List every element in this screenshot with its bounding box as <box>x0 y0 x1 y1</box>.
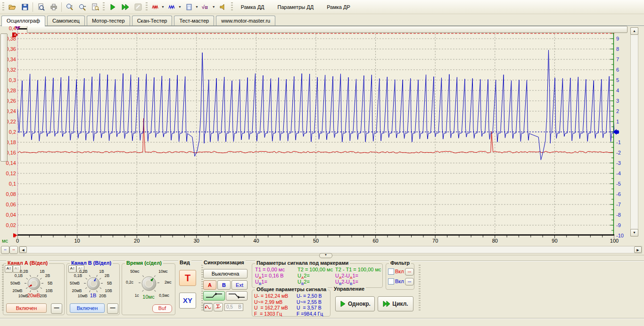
run-single-button[interactable]: Однокр. <box>335 296 375 311</box>
start-cyclic-button[interactable] <box>119 1 132 13</box>
svg-text:0,1В: 0,1В <box>15 273 23 278</box>
printer-icon <box>50 3 58 11</box>
signal-a-settings-button[interactable] <box>149 1 162 13</box>
tab-bar: Осциллограф Самописец Мотор-тестер Скан-… <box>0 14 644 26</box>
toolbar-grip[interactable] <box>103 2 105 12</box>
horizontal-scrollbar[interactable] <box>19 246 642 253</box>
sync-level-input[interactable]: 0,5В <box>224 303 243 311</box>
print-button[interactable] <box>47 1 60 13</box>
svg-text:↕: ↕ <box>71 4 73 8</box>
open-file-button[interactable] <box>6 1 18 13</box>
start-single-button[interactable] <box>106 1 119 13</box>
vertical-scrollbar[interactable] <box>630 27 638 236</box>
panel-grip[interactable] <box>419 265 421 311</box>
save-button[interactable] <box>18 1 31 13</box>
svg-text:1В: 1В <box>99 269 104 274</box>
zoom-horizontal-icon: ↔ <box>79 3 86 11</box>
print-preview-button[interactable] <box>34 1 47 13</box>
y-right-tick-label: -4 <box>616 171 629 176</box>
toolbar: ↕ ↔ ▼ ▼ ▼ √α▼ Рамка ДД Параметры ДД Рамк… <box>0 0 644 14</box>
y-left-tick-label: 0,1 <box>0 181 16 187</box>
y-right-tick-label: 2 <box>616 108 629 114</box>
menu-ramka-dd[interactable]: Рамка ДД <box>241 4 264 10</box>
y-left-tick-label: 0,08 <box>0 191 16 197</box>
filter-a-checkbox[interactable] <box>388 269 394 275</box>
tab-website[interactable]: www.motor-master.ru <box>216 16 275 25</box>
channel-a-invert-button[interactable]: — <box>51 303 62 314</box>
plot-area[interactable] <box>17 28 614 236</box>
run-cyclic-button[interactable]: Цикл. <box>378 296 413 311</box>
tab-scan-tester[interactable]: Скан-Тестер <box>132 16 173 25</box>
time-title: Время (с/дел) <box>125 260 163 266</box>
marker-b-dots-button[interactable]: .. <box>9 246 18 254</box>
marker-params-title: Параметры сигнала под маркерами <box>255 260 350 266</box>
marker-param-value: UB2= <box>297 279 310 286</box>
calculator-button[interactable] <box>183 1 196 13</box>
sync-mode-level-button[interactable] <box>214 303 223 311</box>
math-functions-button[interactable]: √α <box>200 1 213 13</box>
filter-a-more-button[interactable]: ... <box>405 268 414 276</box>
dropdown-arrow-icon[interactable]: ▼ <box>178 5 182 8</box>
sync-mode-wave-button[interactable] <box>203 303 213 311</box>
dropdown-arrow-icon[interactable]: ▼ <box>212 5 215 8</box>
scroll-up-button[interactable]: ▲ <box>630 27 638 35</box>
tab-oscillograph[interactable]: Осциллограф <box>1 16 45 26</box>
marker-param-value: UB1= <box>255 279 267 286</box>
channel-b-measure-line: U~= 2,55 В <box>297 299 323 305</box>
menu-parametry-dd[interactable]: Параметры ДД <box>278 4 314 10</box>
dropdown-arrow-icon[interactable]: ▼ <box>161 5 165 8</box>
tab-test-master[interactable]: Тест-мастер <box>174 16 214 25</box>
y-right-tick-label: 6 <box>616 67 629 73</box>
channel-b-group: Канал В (В/дел) A↕ A↕ 10мВ20мВ50мВ0,1В0,… <box>66 263 120 315</box>
waveform-canvas[interactable] <box>17 28 614 236</box>
vertical-scrollbar-thumb[interactable] <box>0 33 8 162</box>
sync-source-ext-button[interactable]: Ext <box>231 280 248 290</box>
zoom-vertical-button[interactable]: ↕ <box>63 1 76 13</box>
double-play-icon <box>121 3 130 11</box>
sync-source-b-button[interactable]: B <box>217 280 231 290</box>
sync-state-button[interactable]: Выключена <box>203 269 248 278</box>
scope-area: 0,40,380,360,340,320,30,280,260,240,220,… <box>0 26 644 261</box>
scroll-down-button[interactable]: ▼ <box>630 229 638 236</box>
channel-a-measure-line: U- = 162,24 мВ <box>254 293 288 299</box>
channel-b-power-button[interactable]: Включен <box>70 303 105 313</box>
filter-a-label: Вкл <box>395 269 404 274</box>
tab-recorder[interactable]: Самописец <box>47 16 85 25</box>
svg-text:5В: 5В <box>48 281 53 285</box>
channel-a-power-button[interactable]: Включен <box>6 303 47 313</box>
y-right-tick-label: -1 <box>616 139 629 145</box>
y-right-tick-label: -9 <box>616 222 629 228</box>
channel-b-measure-line: U- = 2,50 В <box>297 293 323 299</box>
menu-ramka-dr[interactable]: Рамка ДР <box>327 4 350 10</box>
toolbar-grip[interactable] <box>231 2 233 12</box>
svg-text:50мВ: 50мВ <box>70 281 80 285</box>
sound-button[interactable] <box>217 1 230 13</box>
filter-b-checkbox[interactable] <box>388 278 394 285</box>
y-left-tick-label: 0,06 <box>0 202 16 207</box>
sync-source-a-button[interactable]: A <box>203 280 216 290</box>
horizontal-scrollbar-thumb[interactable] <box>27 26 627 33</box>
sync-edge-falling-button[interactable] <box>226 291 248 301</box>
signal-b-settings-button[interactable] <box>166 1 179 13</box>
toolbar-separator <box>61 2 62 12</box>
filter-b-more-button[interactable]: ... <box>405 278 414 285</box>
view-t-button[interactable]: T <box>179 270 196 286</box>
toolbar-grip[interactable] <box>146 2 148 12</box>
scroll-right-button[interactable]: ▶ <box>634 246 642 253</box>
sync-edge-rising-button[interactable] <box>203 291 225 301</box>
toolbar-grip[interactable] <box>2 2 4 12</box>
zoom-page-button[interactable] <box>89 1 101 13</box>
marker-param-value: T2 = 100,00 мс <box>297 267 333 272</box>
zoom-horizontal-button[interactable]: ↔ <box>76 1 89 13</box>
collapse-panel-button[interactable]: ▼ <box>319 253 332 258</box>
view-xy-button[interactable]: XY <box>179 293 196 309</box>
channel-b-zero-marker[interactable] <box>610 129 619 135</box>
channel-b-invert-button[interactable]: — <box>107 303 118 314</box>
dropdown-arrow-icon[interactable]: ▼ <box>195 5 198 8</box>
buffer-button[interactable]: Buf <box>152 304 172 313</box>
scroll-left-button[interactable]: ◀ <box>19 246 27 253</box>
sync-group: Синхронизация Выключена A B Ext 0,5В <box>202 263 249 315</box>
tab-motor-tester[interactable]: Мотор-тестер <box>87 16 130 25</box>
marker-a-dots-button[interactable]: .. <box>1 246 9 254</box>
y-right-tick-label: 7 <box>616 57 629 62</box>
